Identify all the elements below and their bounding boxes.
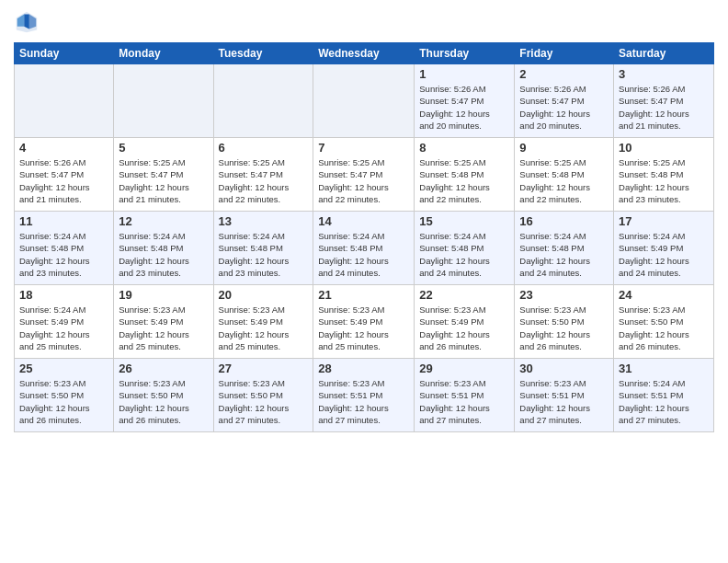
day-cell: 1Sunrise: 5:26 AM Sunset: 5:47 PM Daylig… bbox=[415, 64, 515, 138]
day-number: 9 bbox=[519, 141, 609, 155]
day-cell: 22Sunrise: 5:23 AM Sunset: 5:49 PM Dayli… bbox=[415, 285, 515, 359]
day-info: Sunrise: 5:25 AM Sunset: 5:48 PM Dayligh… bbox=[419, 156, 509, 205]
day-cell bbox=[213, 64, 313, 138]
day-number: 27 bbox=[219, 362, 309, 375]
day-number: 26 bbox=[119, 362, 208, 375]
day-cell: 16Sunrise: 5:24 AM Sunset: 5:48 PM Dayli… bbox=[515, 212, 614, 285]
day-number: 7 bbox=[318, 141, 409, 155]
day-info: Sunrise: 5:24 AM Sunset: 5:51 PM Dayligh… bbox=[619, 377, 709, 426]
day-cell: 9Sunrise: 5:25 AM Sunset: 5:48 PM Daylig… bbox=[515, 138, 614, 212]
day-info: Sunrise: 5:23 AM Sunset: 5:51 PM Dayligh… bbox=[519, 377, 609, 426]
page: SundayMondayTuesdayWednesdayThursdayFrid… bbox=[0, 0, 728, 563]
weekday-header-row: SundayMondayTuesdayWednesdayThursdayFrid… bbox=[15, 43, 714, 64]
week-row-4: 18Sunrise: 5:24 AM Sunset: 5:49 PM Dayli… bbox=[15, 285, 714, 359]
day-number: 2 bbox=[519, 67, 609, 81]
day-cell bbox=[313, 64, 415, 138]
day-cell: 18Sunrise: 5:24 AM Sunset: 5:49 PM Dayli… bbox=[15, 285, 114, 359]
weekday-saturday: Saturday bbox=[614, 43, 714, 64]
day-cell: 5Sunrise: 5:25 AM Sunset: 5:47 PM Daylig… bbox=[114, 138, 213, 212]
day-info: Sunrise: 5:24 AM Sunset: 5:48 PM Dayligh… bbox=[419, 230, 509, 279]
day-info: Sunrise: 5:23 AM Sunset: 5:50 PM Dayligh… bbox=[519, 304, 609, 352]
day-info: Sunrise: 5:25 AM Sunset: 5:48 PM Dayligh… bbox=[619, 156, 709, 205]
weekday-wednesday: Wednesday bbox=[313, 43, 415, 64]
day-info: Sunrise: 5:26 AM Sunset: 5:47 PM Dayligh… bbox=[519, 83, 609, 132]
day-number: 12 bbox=[119, 214, 208, 228]
day-number: 6 bbox=[219, 141, 309, 155]
logo bbox=[14, 9, 43, 35]
day-number: 25 bbox=[19, 362, 108, 375]
day-cell bbox=[114, 64, 213, 138]
day-info: Sunrise: 5:25 AM Sunset: 5:47 PM Dayligh… bbox=[219, 156, 309, 205]
day-number: 8 bbox=[419, 141, 509, 155]
day-number: 15 bbox=[419, 214, 509, 228]
day-number: 13 bbox=[219, 214, 309, 228]
weekday-friday: Friday bbox=[515, 43, 614, 64]
day-cell: 17Sunrise: 5:24 AM Sunset: 5:49 PM Dayli… bbox=[614, 212, 714, 285]
day-cell: 20Sunrise: 5:23 AM Sunset: 5:49 PM Dayli… bbox=[213, 285, 313, 359]
weekday-thursday: Thursday bbox=[415, 43, 515, 64]
day-cell: 8Sunrise: 5:25 AM Sunset: 5:48 PM Daylig… bbox=[415, 138, 515, 212]
day-info: Sunrise: 5:23 AM Sunset: 5:49 PM Dayligh… bbox=[219, 304, 309, 352]
logo-icon bbox=[14, 9, 40, 35]
day-info: Sunrise: 5:23 AM Sunset: 5:51 PM Dayligh… bbox=[419, 377, 509, 426]
day-number: 31 bbox=[619, 362, 709, 375]
day-info: Sunrise: 5:24 AM Sunset: 5:48 PM Dayligh… bbox=[519, 230, 609, 279]
weekday-sunday: Sunday bbox=[15, 43, 114, 64]
day-cell: 4Sunrise: 5:26 AM Sunset: 5:47 PM Daylig… bbox=[15, 138, 114, 212]
day-info: Sunrise: 5:26 AM Sunset: 5:47 PM Dayligh… bbox=[619, 83, 709, 132]
day-cell: 25Sunrise: 5:23 AM Sunset: 5:50 PM Dayli… bbox=[15, 359, 114, 432]
day-info: Sunrise: 5:24 AM Sunset: 5:49 PM Dayligh… bbox=[19, 304, 108, 352]
week-row-5: 25Sunrise: 5:23 AM Sunset: 5:50 PM Dayli… bbox=[15, 359, 714, 432]
day-info: Sunrise: 5:23 AM Sunset: 5:50 PM Dayligh… bbox=[119, 377, 208, 426]
day-info: Sunrise: 5:23 AM Sunset: 5:51 PM Dayligh… bbox=[318, 377, 409, 426]
day-info: Sunrise: 5:24 AM Sunset: 5:48 PM Dayligh… bbox=[219, 230, 309, 279]
day-cell: 14Sunrise: 5:24 AM Sunset: 5:48 PM Dayli… bbox=[313, 212, 415, 285]
day-number: 17 bbox=[619, 214, 709, 228]
day-number: 24 bbox=[619, 288, 709, 302]
day-info: Sunrise: 5:26 AM Sunset: 5:47 PM Dayligh… bbox=[19, 156, 108, 205]
day-cell: 29Sunrise: 5:23 AM Sunset: 5:51 PM Dayli… bbox=[415, 359, 515, 432]
day-number: 23 bbox=[519, 288, 609, 302]
day-info: Sunrise: 5:25 AM Sunset: 5:48 PM Dayligh… bbox=[519, 156, 609, 205]
day-number: 3 bbox=[619, 67, 709, 81]
day-cell: 3Sunrise: 5:26 AM Sunset: 5:47 PM Daylig… bbox=[614, 64, 714, 138]
day-number: 29 bbox=[419, 362, 509, 375]
week-row-1: 1Sunrise: 5:26 AM Sunset: 5:47 PM Daylig… bbox=[15, 64, 714, 138]
day-cell: 26Sunrise: 5:23 AM Sunset: 5:50 PM Dayli… bbox=[114, 359, 213, 432]
weekday-monday: Monday bbox=[114, 43, 213, 64]
day-cell: 12Sunrise: 5:24 AM Sunset: 5:48 PM Dayli… bbox=[114, 212, 213, 285]
day-cell: 27Sunrise: 5:23 AM Sunset: 5:50 PM Dayli… bbox=[213, 359, 313, 432]
day-cell: 19Sunrise: 5:23 AM Sunset: 5:49 PM Dayli… bbox=[114, 285, 213, 359]
day-number: 16 bbox=[519, 214, 609, 228]
day-cell: 13Sunrise: 5:24 AM Sunset: 5:48 PM Dayli… bbox=[213, 212, 313, 285]
header bbox=[14, 9, 714, 35]
day-number: 30 bbox=[519, 362, 609, 375]
day-cell: 10Sunrise: 5:25 AM Sunset: 5:48 PM Dayli… bbox=[614, 138, 714, 212]
day-cell: 15Sunrise: 5:24 AM Sunset: 5:48 PM Dayli… bbox=[415, 212, 515, 285]
week-row-2: 4Sunrise: 5:26 AM Sunset: 5:47 PM Daylig… bbox=[15, 138, 714, 212]
day-info: Sunrise: 5:24 AM Sunset: 5:49 PM Dayligh… bbox=[619, 230, 709, 279]
day-info: Sunrise: 5:23 AM Sunset: 5:49 PM Dayligh… bbox=[119, 304, 208, 352]
day-number: 21 bbox=[318, 288, 409, 302]
day-cell: 24Sunrise: 5:23 AM Sunset: 5:50 PM Dayli… bbox=[614, 285, 714, 359]
day-cell: 6Sunrise: 5:25 AM Sunset: 5:47 PM Daylig… bbox=[213, 138, 313, 212]
day-number: 28 bbox=[318, 362, 409, 375]
day-number: 4 bbox=[19, 141, 108, 155]
day-cell: 28Sunrise: 5:23 AM Sunset: 5:51 PM Dayli… bbox=[313, 359, 415, 432]
day-number: 22 bbox=[419, 288, 509, 302]
day-info: Sunrise: 5:23 AM Sunset: 5:50 PM Dayligh… bbox=[19, 377, 108, 426]
day-number: 18 bbox=[19, 288, 108, 302]
day-number: 11 bbox=[19, 214, 108, 228]
day-cell: 21Sunrise: 5:23 AM Sunset: 5:49 PM Dayli… bbox=[313, 285, 415, 359]
day-cell: 2Sunrise: 5:26 AM Sunset: 5:47 PM Daylig… bbox=[515, 64, 614, 138]
day-info: Sunrise: 5:23 AM Sunset: 5:49 PM Dayligh… bbox=[318, 304, 409, 352]
weekday-tuesday: Tuesday bbox=[213, 43, 313, 64]
day-number: 5 bbox=[119, 141, 208, 155]
day-info: Sunrise: 5:24 AM Sunset: 5:48 PM Dayligh… bbox=[119, 230, 208, 279]
day-info: Sunrise: 5:23 AM Sunset: 5:49 PM Dayligh… bbox=[419, 304, 509, 352]
day-cell: 30Sunrise: 5:23 AM Sunset: 5:51 PM Dayli… bbox=[515, 359, 614, 432]
day-info: Sunrise: 5:24 AM Sunset: 5:48 PM Dayligh… bbox=[19, 230, 108, 279]
day-cell: 31Sunrise: 5:24 AM Sunset: 5:51 PM Dayli… bbox=[614, 359, 714, 432]
day-info: Sunrise: 5:26 AM Sunset: 5:47 PM Dayligh… bbox=[419, 83, 509, 132]
day-number: 1 bbox=[419, 67, 509, 81]
